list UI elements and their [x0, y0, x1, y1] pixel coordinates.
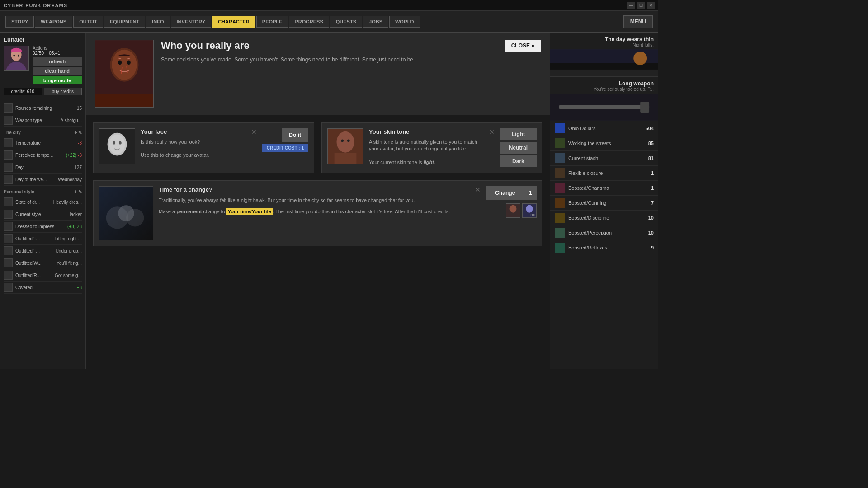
change-link[interactable]: Your time/Your life — [226, 208, 273, 215]
tab-character[interactable]: CHARACTER — [212, 16, 255, 28]
dressed-to-impress-item: Dressed to impress (+8) 28 — [4, 221, 82, 233]
buy-credits-button[interactable]: buy credits — [44, 88, 82, 95]
boosted-perception-stat: Boosted/Perception 10 — [550, 225, 658, 240]
face-card-close[interactable]: ✕ — [251, 128, 257, 136]
svg-rect-28 — [99, 187, 153, 240]
day-panel-subtitle: Night falls. — [555, 42, 654, 47]
svg-point-18 — [119, 141, 122, 145]
outfitted-t1-item: Outfitted/T... Fitting right ... — [4, 233, 82, 245]
weapon-panel-image — [550, 94, 658, 121]
skin-tone-card: Your skin tone A skin tone is automatica… — [321, 122, 542, 173]
skin-tone-image — [327, 128, 363, 164]
actions-label: Actions — [33, 46, 82, 51]
skin-card-text2: Your current skin tone is light. — [369, 159, 484, 166]
weapon-panel-title: Long weapon — [555, 80, 654, 87]
thumb-count-label: +10 — [529, 213, 535, 217]
boosted-reflexes-icon — [555, 243, 565, 253]
tab-people[interactable]: PEOPLE — [256, 16, 288, 28]
boosted-perception-icon — [555, 228, 565, 238]
dark-skin-button[interactable]: Dark — [500, 155, 537, 167]
outfitted-r-icon — [4, 271, 13, 280]
light-skin-button[interactable]: Light — [500, 128, 537, 140]
svg-point-6 — [112, 50, 137, 80]
perceived-temp-icon — [4, 150, 13, 160]
temperature-item: Temperature -8 — [4, 137, 82, 149]
boosted-charisma-icon — [555, 183, 565, 193]
tab-outfit[interactable]: OUTFIT — [73, 16, 103, 28]
right-sidebar: The day wears thin Night falls. Long wea… — [550, 33, 658, 369]
outfitted-t2-item: Outfitted/T... Under prep... — [4, 245, 82, 257]
actions-values: 02/50 05:41 — [33, 51, 82, 56]
current-stash-stat: Current stash 81 — [550, 151, 658, 166]
content-header: Who you really are Some decisions you've… — [86, 33, 550, 115]
minimize-button[interactable]: — — [627, 2, 635, 9]
svg-point-8 — [118, 60, 122, 65]
city-section: The city + ✎ Temperature -8 Perceived te… — [0, 127, 85, 187]
tab-world[interactable]: WORLD — [389, 16, 420, 28]
tab-jobs[interactable]: JOBS — [363, 16, 388, 28]
player-info: Lunalei Actions 02/50 — [0, 33, 85, 99]
svg-point-30 — [510, 205, 517, 213]
change-count: 1 — [524, 186, 537, 200]
svg-rect-21 — [335, 153, 357, 164]
tab-equipment[interactable]: EQUIPMENT — [104, 16, 145, 28]
svg-point-23 — [347, 139, 350, 142]
character-portrait — [95, 40, 154, 108]
app-logo: CYBER:PUNK DREAMS — [4, 3, 67, 8]
ohio-dollars-stat: Ohio Dollars 504 — [550, 121, 658, 136]
clear-hand-button[interactable]: clear hand — [33, 67, 82, 75]
main-layout: Lunalei Actions 02/50 — [0, 33, 658, 369]
change-button[interactable]: Change — [486, 186, 524, 200]
binge-mode-button[interactable]: binge mode — [33, 76, 82, 84]
day-of-week-item: Day of the we... Wednesday — [4, 174, 82, 186]
change-thumb-1 — [506, 203, 520, 218]
maximize-button[interactable]: ☐ — [637, 2, 645, 9]
change-actions: Change 1 +10 — [486, 186, 537, 218]
svg-rect-39 — [640, 102, 649, 113]
skin-card-close[interactable]: ✕ — [489, 128, 495, 136]
refresh-button[interactable]: refresh — [33, 57, 82, 66]
window-controls: — ☐ ✕ — [627, 2, 655, 9]
menu-button[interactable]: MENU — [623, 15, 653, 28]
tab-quests[interactable]: QUESTS — [330, 16, 362, 28]
main-content: Who you really are Some decisions you've… — [86, 33, 550, 369]
svg-point-22 — [341, 139, 344, 142]
nav-tabs: STORY WEAPONS OUTFIT EQUIPMENT INFO INVE… — [5, 16, 420, 28]
change-card-close[interactable]: ✕ — [475, 186, 481, 193]
state-of-dress-item: State of dr... Heavily dres... — [4, 196, 82, 208]
stats-list: Ohio Dollars 504 Working the streets 85 … — [550, 121, 658, 255]
covered-icon — [4, 283, 13, 292]
weapon-icon — [4, 116, 13, 125]
do-it-button[interactable]: Do it — [282, 128, 308, 142]
face-card-text2: Use this to change your avatar. — [141, 152, 246, 159]
boosted-cunning-icon — [555, 198, 565, 208]
player-name: Lunalei — [4, 36, 82, 43]
current-stash-icon — [555, 153, 565, 163]
change-card-title: Time for a change? — [159, 186, 470, 193]
tab-inventory[interactable]: INVENTORY — [171, 16, 212, 28]
tab-weapons[interactable]: WEAPONS — [35, 16, 72, 28]
face-card-title: Your face — [141, 128, 246, 135]
change-thumb-2: +10 — [522, 203, 537, 218]
change-card-text: Traditionally, you've always felt like a… — [159, 197, 470, 204]
credit-cost-label: CREDIT COST : 1 — [262, 144, 308, 152]
outfitted-t1-icon — [4, 234, 13, 243]
tab-progress[interactable]: PROGRESS — [289, 16, 329, 28]
personal-style-header: Personal style + ✎ — [4, 189, 82, 194]
close-window-button[interactable]: ✕ — [647, 2, 655, 9]
boosted-discipline-stat: Boosted/Discipline 10 — [550, 211, 658, 225]
tab-info[interactable]: INFO — [146, 16, 170, 28]
left-sidebar: Lunalei Actions 02/50 — [0, 33, 86, 369]
personal-style-section: Personal style + ✎ State of dr... Heavil… — [0, 187, 85, 295]
tab-story[interactable]: STORY — [5, 16, 34, 28]
change-card: Time for a change? Traditionally, you've… — [93, 180, 542, 246]
neutral-skin-button[interactable]: Neutral — [500, 142, 537, 154]
outfitted-r-item: Outfitted/R... Got some g... — [4, 269, 82, 282]
perceived-temp-item: Perceived tempe... (+22) -8 — [4, 149, 82, 161]
weapon-panel-subtitle: You're seriously tooled up. P... — [555, 87, 654, 92]
weapons-section: Rounds remaining 15 Weapon type A shotgu… — [0, 99, 85, 127]
boosted-reflexes-stat: Boosted/Reflexes 9 — [550, 240, 658, 255]
skin-card-text1: A skin tone is automatically given to yo… — [369, 139, 484, 153]
working-streets-stat: Working the streets 85 — [550, 136, 658, 151]
close-button[interactable]: CLOSE » — [505, 40, 541, 52]
